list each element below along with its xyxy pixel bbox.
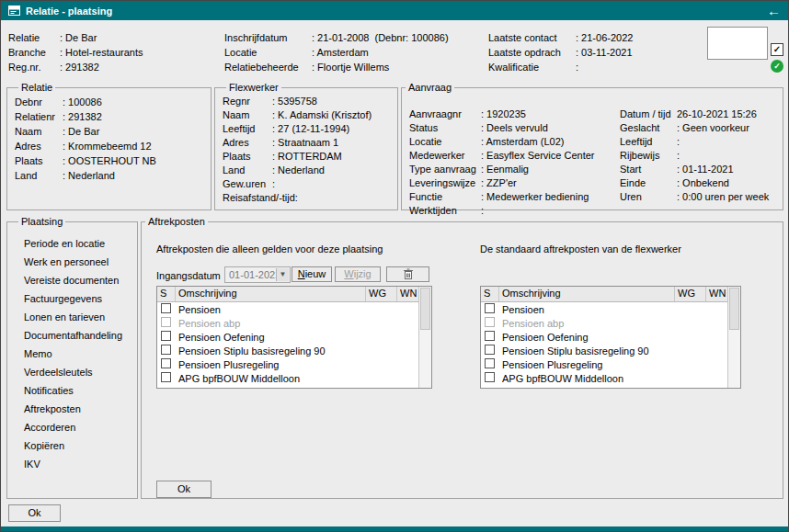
ok-button[interactable]: Ok xyxy=(8,504,61,522)
header-col-laatste: Laatste contact: 21-06-2022 Laatste opdr… xyxy=(488,30,633,74)
relatie-legend: Relatie xyxy=(18,82,55,93)
aanvraag-fieldset: Aanvraag Aanvraagnr: 1920235 Status: Dee… xyxy=(401,82,783,210)
sidebar-item-aftrekposten[interactable]: Aftrekposten xyxy=(18,400,130,418)
flexwerker-legend: Flexwerker xyxy=(226,82,281,93)
flexwerker-fieldset: Flexwerker Regnr: 5395758 Naam: K. Adams… xyxy=(214,82,398,210)
status-ok-icon: ✓ xyxy=(771,60,783,73)
field-rijbewijs: Rijbewijs: xyxy=(620,149,769,163)
sidebar-item-vereiste-documenten[interactable]: Vereiste documenten xyxy=(18,271,130,289)
field-naam: Naam: De Bar xyxy=(15,124,203,139)
chevron-down-icon[interactable]: ▼ xyxy=(276,268,289,281)
field-start: Start: 01-11-2021 xyxy=(620,163,769,176)
left-section-title: Aftrekposten die alleen gelden voor deze… xyxy=(156,243,383,255)
sidebar-item-lonen-en-tarieven[interactable]: Lonen en tarieven xyxy=(18,308,130,326)
field-naam-fw: Naam: K. Adamski (Krisztof) xyxy=(223,108,390,122)
row-checkbox[interactable] xyxy=(485,372,495,382)
sidebar-item-memo[interactable]: Memo xyxy=(18,345,130,363)
table-row[interactable]: Pensioen Stiplu basisregeling 90 xyxy=(481,344,728,357)
ingangsdatum-value: 01-01-2022 xyxy=(229,269,280,280)
field-gewuren: Gew.uren: xyxy=(223,177,390,191)
field-relatienr: Relatienr: 291382 xyxy=(15,109,203,124)
sidebar-item-werk-en-personeel[interactable]: Werk en personeel xyxy=(18,253,130,271)
field-locatie: Locatie: Amsterdam xyxy=(224,45,449,60)
field-adres-fw: Adres: Straatnaam 1 xyxy=(223,136,390,150)
sidebar-item-documentafhandeling[interactable]: Documentafhandeling xyxy=(18,326,130,345)
row-checkbox[interactable] xyxy=(485,358,495,368)
window-title: Relatie - plaatsing xyxy=(26,6,112,17)
table-row[interactable]: Pensioen Oefening xyxy=(157,330,419,344)
header-col-relatie: Relatie: De Bar Branche: Hotel-restauran… xyxy=(8,30,143,74)
field-regnr: Reg.nr.: 291382 xyxy=(8,60,143,74)
table-row[interactable]: Pensioen Stiplu basisregeling 90 xyxy=(157,344,419,357)
row-checkbox[interactable] xyxy=(161,331,171,341)
ingangsdatum-label: Ingangsdatum xyxy=(156,267,221,284)
field-einde: Einde: Onbekend xyxy=(620,176,769,190)
row-checkbox[interactable] xyxy=(161,345,171,355)
row-checkbox[interactable] xyxy=(485,317,495,327)
aftrekposten-ok-button[interactable]: Ok xyxy=(156,481,212,498)
plaatsing-fieldset: Plaatsing Periode en locatie Werk en per… xyxy=(6,216,138,499)
table-row[interactable]: Pensioen abp xyxy=(481,316,728,330)
table-row[interactable]: Pensioen xyxy=(157,302,419,316)
aanvraag-left-col: Aanvraagnr: 1920235 Status: Deels vervul… xyxy=(409,108,595,218)
relatie-fieldset: Relatie Debnr: 100086 Relatienr: 291382 … xyxy=(6,82,212,210)
scrollbar-thumb[interactable] xyxy=(729,288,739,330)
field-uren: Uren: 0:00 uren per week xyxy=(620,190,769,204)
wijzig-button[interactable]: Wijzig xyxy=(335,266,381,282)
field-debnr: Debnr: 100086 xyxy=(15,95,203,109)
nieuw-button[interactable]: Nieuw xyxy=(292,266,332,282)
sidebar-item-ikv[interactable]: IKV xyxy=(18,455,130,473)
table-row[interactable]: Pensioen abp xyxy=(157,316,419,330)
right-section-title: De standaard aftrekposten van de flexwer… xyxy=(480,243,681,255)
standard-deductions-table: S Omschrijving WG WN Pensioen Pensioen a… xyxy=(480,286,741,389)
field-locatie-av: Locatie: Amsterdam (L02) xyxy=(409,135,595,149)
field-leeftijd-av: Leeftijd: xyxy=(620,135,769,149)
table-row[interactable]: Pensioen Plusregeling xyxy=(481,357,728,371)
back-arrow-icon[interactable]: ← xyxy=(767,4,781,17)
field-branche: Branche: Hotel-restaurants xyxy=(8,45,143,60)
sidebar-item-periode-en-locatie[interactable]: Periode en locatie xyxy=(18,234,130,253)
plaatsing-menu: Periode en locatie Werk en personeel Ver… xyxy=(15,229,130,473)
field-datum-tijd: Datum / tijd26-10-2021 15:26 xyxy=(620,108,769,121)
sidebar-item-verdeelsleutels[interactable]: Verdeelsleutels xyxy=(18,363,130,381)
scrollbar[interactable] xyxy=(727,287,740,388)
row-checkbox[interactable] xyxy=(485,345,495,355)
field-functie: Functie: Medewerker bediening xyxy=(409,190,595,204)
field-leveringswijze: Leveringswijze: ZZP'er xyxy=(409,176,595,190)
field-inschrijfdatum: Inschrijfdatum: 21-01-2008 (Debnr: 10008… xyxy=(224,30,449,45)
scrollbar-thumb[interactable] xyxy=(420,288,430,330)
row-checkbox[interactable] xyxy=(161,303,171,313)
field-aanvraagnr: Aanvraagnr: 1920235 xyxy=(409,108,595,121)
app-window: Relatie - plaatsing ← Relatie: De Bar Br… xyxy=(0,0,789,532)
field-land: Land: Nederland xyxy=(15,168,203,183)
field-laatste-contact: Laatste contact: 21-06-2022 xyxy=(488,30,633,45)
row-checkbox[interactable] xyxy=(485,303,495,313)
header-checkbox[interactable]: ✓ xyxy=(771,43,783,56)
field-geslacht: Geslacht: Geen voorkeur xyxy=(620,121,769,135)
aanvraag-right-col: Datum / tijd26-10-2021 15:26 Geslacht: G… xyxy=(620,108,769,204)
sidebar-item-notificaties[interactable]: Notificaties xyxy=(18,381,130,400)
row-checkbox[interactable] xyxy=(485,331,495,341)
field-status: Status: Deels vervuld xyxy=(409,121,595,135)
field-adres: Adres: Krommebeemd 12 xyxy=(15,139,203,153)
table-header: S Omschrijving WG WN xyxy=(157,287,419,302)
delete-button[interactable] xyxy=(386,266,429,282)
field-laatste-opdracht: Laatste opdrach: 03-11-2021 xyxy=(488,45,633,60)
table-row[interactable]: Pensioen Oefening xyxy=(481,330,728,344)
scrollbar[interactable] xyxy=(418,287,431,388)
table-row[interactable]: Pensioen Plusregeling xyxy=(157,357,419,371)
table-row[interactable]: Pensioen xyxy=(481,302,728,316)
table-row[interactable]: APG bpfBOUW Middelloon xyxy=(157,371,419,385)
row-checkbox[interactable] xyxy=(161,317,171,327)
sidebar-item-factuurgegevens[interactable]: Factuurgegevens xyxy=(18,289,130,308)
field-relatie: Relatie: De Bar xyxy=(8,30,143,45)
sidebar-item-accorderen[interactable]: Accorderen xyxy=(18,418,130,436)
table-row[interactable]: APG bpfBOUW Middelloon xyxy=(481,371,728,385)
row-checkbox[interactable] xyxy=(161,372,171,382)
header-col-inschrijf: Inschrijfdatum: 21-01-2008 (Debnr: 10008… xyxy=(224,30,449,74)
ingangsdatum-select[interactable]: 01-01-2022 ▼ xyxy=(224,266,291,283)
field-plaats-fw: Plaats: ROTTERDAM xyxy=(223,150,390,164)
row-checkbox[interactable] xyxy=(161,358,171,368)
sidebar-item-kopieren[interactable]: Kopiëren xyxy=(18,436,130,455)
field-relatiebeheerder: Relatiebeheerde: Floortje Willems xyxy=(224,60,449,74)
